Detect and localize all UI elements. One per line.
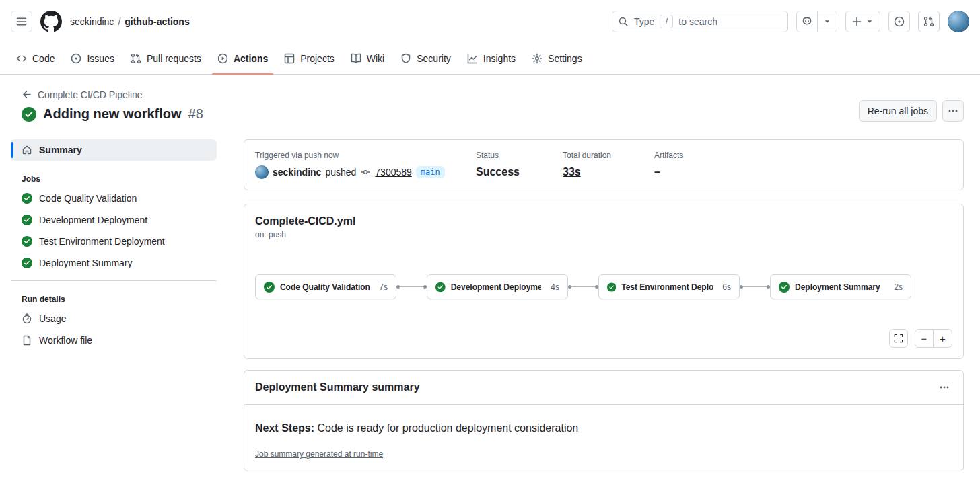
run-actions: Re-run all jobs [859,100,964,122]
success-check-icon [264,282,275,293]
zoom-out-button[interactable]: − [915,329,934,348]
run-title-row: Adding new workflow #8 [22,106,203,122]
success-check-icon [607,282,616,293]
search-icon [618,16,629,27]
tab-projects[interactable]: Projects [279,43,340,74]
branch-badge[interactable]: main [416,166,445,178]
status-value: Success [476,166,563,178]
workflow-graph: Code Quality Validation 7s Development D… [255,274,952,299]
sidebar-job-deployment-summary[interactable]: Deployment Summary [11,252,217,274]
sidebar-job-label: Code Quality Validation [39,193,137,204]
next-steps-text: Next Steps: Code is ready for production… [255,422,952,434]
success-check-icon [22,107,36,122]
node-duration: 7s [375,282,388,292]
node-name: Code Quality Validation [280,282,370,292]
success-check-icon [435,282,446,293]
tab-label: Pull requests [147,53,201,64]
slash-key-hint: / [660,15,673,28]
git-commit-icon [360,167,371,178]
tab-pull-requests[interactable]: Pull requests [125,43,207,74]
tab-wiki[interactable]: Wiki [345,43,390,74]
workflow-trigger: on: push [255,230,952,239]
run-title: Adding new workflow [43,106,182,122]
arrow-left-icon [22,89,32,100]
run-options-button[interactable] [942,100,964,122]
sidebar-item-usage[interactable]: Usage [11,308,217,330]
artifacts-value: – [654,166,952,178]
commit-sha-link[interactable]: 7300589 [375,167,412,178]
actor-avatar[interactable] [255,165,269,179]
duration-value[interactable]: 33s [563,166,581,178]
sidebar-job-code-quality-validation[interactable]: Code Quality Validation [11,188,217,209]
tab-label: Wiki [367,53,384,64]
tab-security[interactable]: Security [395,43,456,74]
sidebar-job-label: Deployment Summary [39,258,133,268]
search-input[interactable]: Type / to search [612,11,788,32]
sidebar-item-workflow-file[interactable]: Workflow file [11,330,217,351]
issues-header-button[interactable] [888,11,910,32]
node-duration: 6s [718,282,731,292]
graph-connector [740,285,770,289]
tab-insights[interactable]: Insights [462,43,521,74]
node-name: Development Deployment [451,282,542,292]
job-summary-options-button[interactable] [936,379,952,395]
github-logo-icon[interactable] [40,11,62,32]
graph-icon [467,53,478,64]
back-to-workflow-link[interactable]: Complete CI/CD Pipeline [22,89,143,100]
content: Summary Jobs Code Quality Validation Dev… [0,139,980,482]
sidebar-job-label: Development Deployment [39,215,147,225]
copilot-button-group [796,11,837,32]
play-icon [217,53,228,64]
rerun-all-jobs-button[interactable]: Re-run all jobs [859,100,937,122]
table-icon [284,53,295,64]
status-label: Status [476,151,563,160]
create-new-button[interactable] [845,11,880,32]
hamburger-icon [16,16,27,27]
job-summary-header: Deployment Summary summary [244,371,963,405]
zoom-in-button[interactable]: + [934,329,952,348]
breadcrumb-repo[interactable]: github-actions [125,16,189,27]
sidebar-job-label: Test Environment Deployment [39,236,165,247]
hamburger-menu-button[interactable] [11,11,32,32]
workflow-node-deployment-summary[interactable]: Deployment Summary 2s [770,274,911,299]
tab-label: Security [417,53,451,64]
home-icon [22,145,32,155]
duration-column: Total duration 33s [563,151,654,179]
tab-label: Settings [548,53,582,64]
fullscreen-button[interactable] [889,329,908,348]
graph-connector [568,285,598,289]
trigger-summary-card: Triggered via push now seckindinc pushed… [244,139,964,190]
breadcrumb-owner[interactable]: seckindinc [70,16,114,27]
sidebar-job-development-deployment[interactable]: Development Deployment [11,209,217,231]
sidebar-jobs-header: Jobs [22,174,217,184]
sidebar-item-summary[interactable]: Summary [11,139,217,161]
tab-actions[interactable]: Actions [212,43,273,74]
tab-code[interactable]: Code [11,43,60,74]
chevron-down-icon [865,17,874,26]
workflow-node-test-environment-deployment[interactable]: Test Environment Deploym... 6s [598,274,740,299]
user-avatar[interactable] [948,11,969,32]
back-link-label: Complete CI/CD Pipeline [38,89,143,100]
workflow-node-code-quality-validation[interactable]: Code Quality Validation 7s [255,274,396,299]
tab-label: Issues [87,53,114,64]
next-steps-value: Code is ready for production deployment … [314,422,578,434]
sidebar-summary-label: Summary [39,145,82,155]
run-main: Triggered via push now seckindinc pushed… [244,139,964,471]
sidebar-job-test-environment-deployment[interactable]: Test Environment Deployment [11,231,217,252]
copilot-button[interactable] [797,11,817,32]
tab-settings[interactable]: Settings [526,43,588,74]
actor-name[interactable]: seckindinc [273,167,321,178]
job-summary-footer-link[interactable]: Job summary generated at run-time [255,449,383,459]
tab-issues[interactable]: Issues [65,43,119,74]
kebab-horizontal-icon [939,382,950,393]
chevron-down-icon [823,17,832,26]
copilot-dropdown-button[interactable] [817,11,837,32]
pull-requests-header-button[interactable] [918,11,940,32]
workflow-node-development-deployment[interactable]: Development Deployment 4s [427,274,568,299]
next-steps-label: Next Steps: [255,422,314,434]
issue-opened-icon [894,16,905,27]
trigger-column: Triggered via push now seckindinc pushed… [255,151,476,179]
git-pull-request-icon [131,53,141,64]
workflow-graph-card: Complete-CICD.yml on: push Code Quality … [244,204,964,359]
book-icon [351,53,361,64]
